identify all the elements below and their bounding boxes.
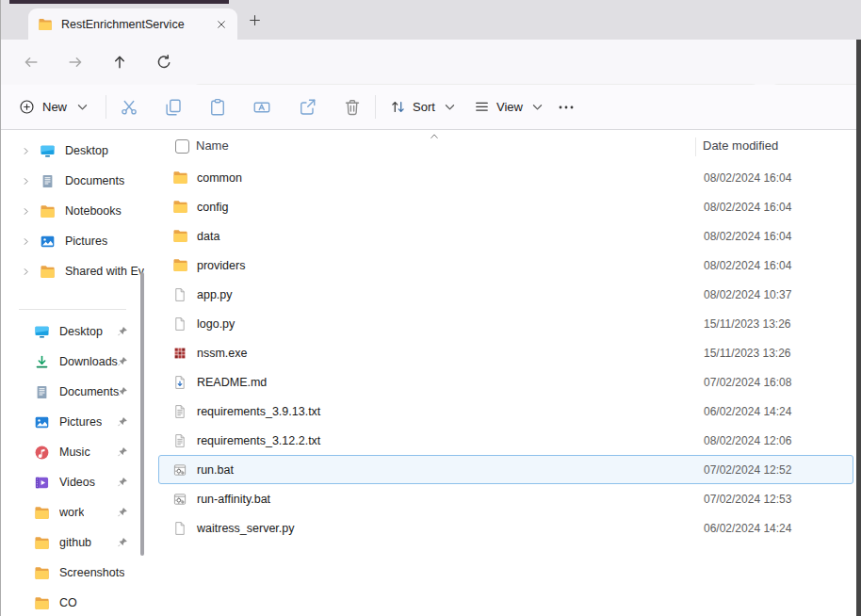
file-date-modified: 08/02/2024 10:37 — [704, 288, 791, 301]
sidebar-item-downloads[interactable]: Downloads — [0, 347, 149, 377]
file-row-run-bat[interactable]: run.bat07/02/2024 12:52 — [158, 455, 853, 484]
music-icon — [34, 445, 50, 461]
toolbar: New Sort View — [0, 85, 861, 130]
text-file-icon — [172, 433, 187, 448]
column-divider[interactable] — [695, 138, 696, 156]
file-explorer-window: RestEnrichmentService …InsightMaker.Pyth… — [0, 0, 861, 616]
sidebar-item-notebooks[interactable]: Notebooks — [0, 196, 149, 226]
back-button[interactable] — [23, 54, 40, 71]
forward-button[interactable] — [67, 54, 84, 71]
sidebar-item-label: github — [59, 536, 91, 549]
up-button[interactable] — [111, 54, 128, 71]
file-row-logo-py[interactable]: logo.py15/11/2023 13:26 — [158, 309, 853, 338]
sidebar-item-co[interactable]: CO — [0, 588, 149, 616]
sidebar-item-documents[interactable]: Documents — [0, 166, 149, 196]
new-circle-plus-icon — [19, 99, 35, 115]
pin-icon — [117, 386, 128, 397]
close-icon[interactable] — [215, 18, 228, 31]
toolbar-divider — [106, 95, 106, 119]
refresh-button[interactable] — [155, 54, 172, 71]
file-date-modified: 07/02/2024 16:08 — [704, 376, 791, 389]
sort-button[interactable]: Sort — [390, 85, 458, 129]
sidebar-item-pictures[interactable]: Pictures — [0, 407, 149, 437]
file-row-config[interactable]: config08/02/2024 16:04 — [158, 192, 853, 221]
sidebar: DesktopDocumentsNotebooksPicturesShared … — [0, 130, 149, 616]
file-row-requirements-3-9-13-txt[interactable]: requirements_3.9.13.txt06/02/2024 14:24 — [158, 397, 853, 426]
exe-file-icon — [172, 346, 187, 361]
file-row-waitress-server-py[interactable]: waitress_server.py06/02/2024 14:24 — [158, 513, 853, 543]
sidebar-item-label: Documents — [65, 174, 124, 187]
file-date-modified: 08/02/2024 16:04 — [704, 201, 791, 214]
file-name: README.md — [197, 376, 267, 389]
sidebar-item-shared-with-ev[interactable]: Shared with Ev — [0, 256, 149, 286]
share-icon — [298, 98, 317, 117]
file-name: waitress_server.py — [197, 522, 295, 535]
view-button[interactable]: View — [474, 85, 545, 129]
sidebar-item-desktop[interactable]: Desktop — [0, 136, 149, 166]
sidebar-item-videos[interactable]: Videos — [0, 467, 149, 497]
file-date-modified: 06/02/2024 14:24 — [704, 522, 791, 535]
sidebar-item-github[interactable]: github — [0, 527, 149, 558]
sidebar-item-pictures[interactable]: Pictures — [0, 226, 149, 256]
file-name: common — [197, 171, 242, 185]
chevron-right-icon[interactable] — [21, 267, 31, 277]
downloads-icon — [34, 354, 50, 370]
paste-button[interactable] — [207, 97, 228, 118]
ellipsis-icon — [557, 98, 576, 117]
folder-icon — [34, 565, 50, 581]
tab-restenrichmentservice[interactable]: RestEnrichmentService — [28, 8, 237, 40]
file-row-common[interactable]: common08/02/2024 16:04 — [158, 163, 853, 192]
sidebar-item-label: Desktop — [65, 144, 108, 157]
sort-button-label: Sort — [413, 100, 435, 114]
python-file-icon — [172, 287, 187, 302]
column-header-date-modified[interactable]: Date modified — [703, 138, 778, 153]
paste-icon — [208, 98, 227, 117]
file-date-modified: 07/02/2024 12:53 — [704, 493, 791, 506]
more-options-button[interactable] — [557, 98, 576, 117]
background-right-edge — [856, 40, 861, 616]
folder-icon — [34, 535, 50, 551]
select-all-checkbox[interactable] — [175, 139, 189, 154]
file-row-run-affinity-bat[interactable]: run-affinity.bat07/02/2024 12:53 — [158, 484, 853, 513]
pin-icon — [117, 507, 128, 518]
list-header: Name Date modified — [149, 130, 857, 163]
new-button[interactable]: New — [19, 85, 90, 129]
view-button-label: View — [496, 100, 523, 114]
sidebar-divider — [19, 309, 126, 310]
file-row-providers[interactable]: providers08/02/2024 16:04 — [158, 251, 853, 280]
sidebar-item-work[interactable]: work — [0, 497, 149, 527]
chevron-right-icon[interactable] — [21, 176, 31, 186]
chevron-right-icon[interactable] — [21, 206, 31, 217]
chevron-right-icon[interactable] — [21, 236, 31, 247]
folder-icon — [172, 170, 188, 186]
sidebar-item-screenshots[interactable]: Screenshots — [0, 558, 149, 588]
sidebar-item-documents[interactable]: Documents — [0, 377, 149, 407]
folder-icon — [172, 228, 188, 244]
rename-icon — [252, 98, 271, 117]
file-row-data[interactable]: data08/02/2024 16:04 — [158, 221, 853, 251]
file-date-modified: 08/02/2024 16:04 — [704, 230, 791, 243]
chevron-right-icon[interactable] — [21, 146, 31, 156]
file-date-modified: 15/11/2023 13:26 — [704, 317, 791, 331]
cut-button[interactable] — [119, 97, 139, 118]
file-row-readme-md[interactable]: README.md07/02/2024 16:08 — [158, 367, 853, 397]
videos-icon — [34, 475, 50, 491]
pin-icon — [117, 416, 128, 428]
copy-button[interactable] — [163, 97, 184, 118]
sidebar-scrollbar[interactable] — [140, 272, 144, 556]
sidebar-item-music[interactable]: Music — [0, 437, 149, 467]
file-row-requirements-3-12-2-txt[interactable]: requirements_3.12.2.txt08/02/2024 12:06 — [158, 426, 853, 455]
file-name: providers — [197, 259, 245, 272]
new-tab-button[interactable] — [248, 13, 262, 27]
file-row-nssm-exe[interactable]: nssm.exe15/11/2023 13:26 — [158, 338, 853, 367]
markdown-file-icon — [172, 375, 187, 390]
sidebar-item-desktop[interactable]: Desktop — [0, 316, 149, 347]
file-row-app-py[interactable]: app.py08/02/2024 10:37 — [158, 280, 853, 309]
navigation-bar: …InsightMaker.PythonartifactsRestEnrichm… — [0, 40, 861, 85]
delete-button[interactable] — [342, 97, 363, 118]
column-header-name[interactable]: Name — [196, 138, 229, 153]
file-name: requirements_3.12.2.txt — [197, 434, 320, 447]
chevron-down-icon — [442, 99, 458, 115]
share-button[interactable] — [297, 97, 317, 118]
rename-button[interactable] — [252, 97, 272, 118]
